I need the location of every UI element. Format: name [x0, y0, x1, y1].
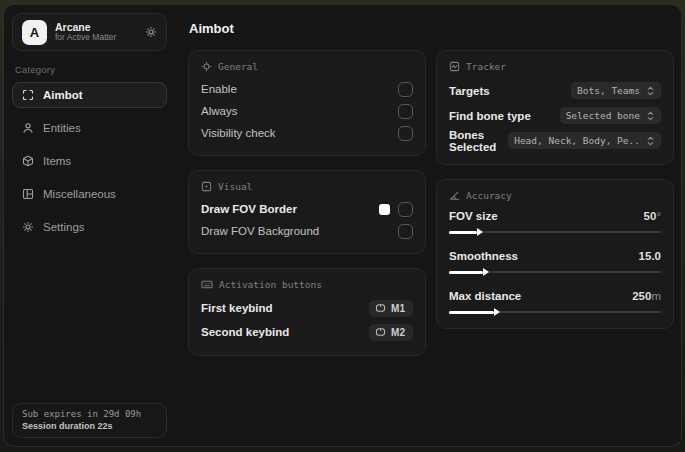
sidebar-item-label: Entities — [43, 122, 81, 134]
slider-value: 50° — [644, 210, 661, 222]
left-column: General Enable Always Visibility check — [188, 50, 426, 356]
dropdown-value: Selected bone — [566, 110, 640, 121]
setting-label: Always — [201, 105, 237, 117]
slider-value: 250m — [632, 290, 661, 302]
subscription-info: Sub expires in 29d 09h Session duration … — [12, 403, 167, 438]
draw-fov-background-checkbox[interactable] — [398, 224, 413, 239]
slider-fill[interactable] — [449, 231, 477, 234]
setting-label: Second keybind — [201, 326, 289, 338]
mouse-icon — [375, 327, 386, 337]
max-distance-slider[interactable] — [449, 308, 661, 317]
brand-card: A Arcane for Active Matter — [12, 13, 167, 51]
unfold-icon — [646, 111, 655, 121]
setting-label: Enable — [201, 83, 237, 95]
second-keybind-button[interactable]: M2 — [369, 324, 413, 341]
enable-checkbox[interactable] — [398, 82, 413, 97]
setting-row-second-keybind: Second keybind M2 — [201, 320, 413, 344]
always-checkbox[interactable] — [398, 104, 413, 119]
gear-icon — [22, 221, 34, 233]
setting-label: Smoothness — [449, 250, 518, 262]
setting-label: Bones Selected — [449, 129, 508, 153]
setting-row-enable: Enable — [201, 78, 413, 100]
setting-row-bones-selected: Bones Selected Head, Neck, Body, Pe.. — [449, 128, 661, 153]
activation-buttons-card: Activation buttons First keybind M1 — [188, 268, 426, 356]
sidebar-item-items[interactable]: Items — [12, 148, 167, 174]
sidebar-item-miscellaneous[interactable]: Miscellaneous — [12, 181, 167, 207]
setting-row-find-bone-type: Find bone type Selected bone — [449, 103, 661, 128]
card-title: Accuracy — [466, 190, 512, 201]
sidebar-item-label: Settings — [43, 221, 85, 233]
category-nav: Aimbot Entities It — [12, 82, 167, 240]
app-logo: A — [22, 20, 47, 45]
first-keybind-button[interactable]: M1 — [369, 300, 413, 317]
slider-fill[interactable] — [449, 311, 494, 314]
radar-icon — [449, 61, 460, 72]
find-bone-type-dropdown[interactable]: Selected bone — [560, 107, 661, 124]
sidebar-item-label: Aimbot — [43, 89, 83, 101]
unfold-icon — [646, 86, 655, 96]
arcane-menu-window: A Arcane for Active Matter Category — [3, 4, 682, 447]
dropdown-value: Bots, Teams — [577, 85, 640, 96]
slider-fill[interactable] — [449, 271, 483, 274]
category-label: Category — [15, 64, 164, 75]
smoothness-slider[interactable] — [449, 268, 661, 277]
card-title: Tracker — [466, 61, 506, 72]
sidebar-item-aimbot[interactable]: Aimbot — [12, 82, 167, 108]
unfold-icon — [646, 136, 655, 146]
sidebar: A Arcane for Active Matter Category — [4, 5, 175, 446]
sidebar-item-settings[interactable]: Settings — [12, 214, 167, 240]
main-panel: Aimbot General — [175, 5, 682, 446]
setting-row-targets: Targets Bots, Teams — [449, 78, 661, 103]
slider-row-fov-size: FOV size 50° — [449, 207, 661, 237]
cube-icon — [22, 155, 34, 167]
setting-label: FOV size — [449, 210, 498, 222]
setting-row-always: Always — [201, 100, 413, 122]
sidebar-item-entities[interactable]: Entities — [12, 115, 167, 141]
brand-text: Arcane for Active Matter — [55, 21, 116, 43]
setting-row-visibility-check: Visibility check — [201, 122, 413, 144]
tracker-card: Tracker Targets Bots, Teams — [436, 50, 674, 165]
page-title: Aimbot — [189, 21, 674, 36]
person-icon — [22, 122, 34, 134]
keyboard-icon — [201, 279, 213, 290]
slider-row-max-distance: Max distance 250m — [449, 287, 661, 317]
panels-icon — [22, 188, 34, 200]
card-title: General — [218, 61, 258, 72]
bones-selected-dropdown[interactable]: Head, Neck, Body, Pe.. — [508, 132, 661, 149]
keybind-value: M2 — [391, 327, 405, 338]
slider-row-smoothness: Smoothness 15.0 — [449, 247, 661, 277]
crosshair-focus-icon — [22, 89, 34, 101]
angle-icon — [449, 190, 460, 201]
targets-dropdown[interactable]: Bots, Teams — [571, 82, 661, 99]
app-subtitle: for Active Matter — [55, 33, 116, 43]
session-duration-text: Session duration 22s — [22, 421, 157, 431]
accuracy-card: Accuracy FOV size 50° — [436, 179, 674, 329]
slider-value: 15.0 — [639, 250, 661, 262]
visual-card: Visual Draw FOV Border Draw FOV Backgrou… — [188, 170, 426, 254]
general-card: General Enable Always Visibility check — [188, 50, 426, 156]
keybind-value: M1 — [391, 303, 405, 314]
setting-row-first-keybind: First keybind M1 — [201, 296, 413, 320]
card-title: Visual — [218, 181, 252, 192]
right-column: Tracker Targets Bots, Teams — [436, 50, 674, 329]
visibility-check-checkbox[interactable] — [398, 126, 413, 141]
setting-label: Find bone type — [449, 110, 531, 122]
gear-icon[interactable] — [145, 26, 157, 38]
mouse-icon — [375, 303, 386, 313]
sidebar-item-label: Miscellaneous — [43, 188, 116, 200]
setting-label: Visibility check — [201, 127, 276, 139]
sidebar-item-label: Items — [43, 155, 71, 167]
setting-label: Targets — [449, 85, 490, 97]
dropdown-value: Head, Neck, Body, Pe.. — [514, 135, 640, 146]
fov-size-slider[interactable] — [449, 228, 661, 237]
draw-fov-border-checkbox[interactable] — [398, 202, 413, 217]
setting-label: First keybind — [201, 302, 273, 314]
game-background: A Arcane for Active Matter Category — [0, 0, 685, 452]
setting-label: Draw FOV Border — [201, 203, 297, 215]
sub-expires-text: Sub expires in 29d 09h — [22, 409, 157, 419]
card-title: Activation buttons — [219, 279, 322, 290]
frame-icon — [201, 181, 212, 192]
setting-row-draw-fov-border: Draw FOV Border — [201, 198, 413, 220]
fov-border-color-swatch[interactable] — [379, 204, 390, 215]
setting-label: Draw FOV Background — [201, 225, 319, 237]
